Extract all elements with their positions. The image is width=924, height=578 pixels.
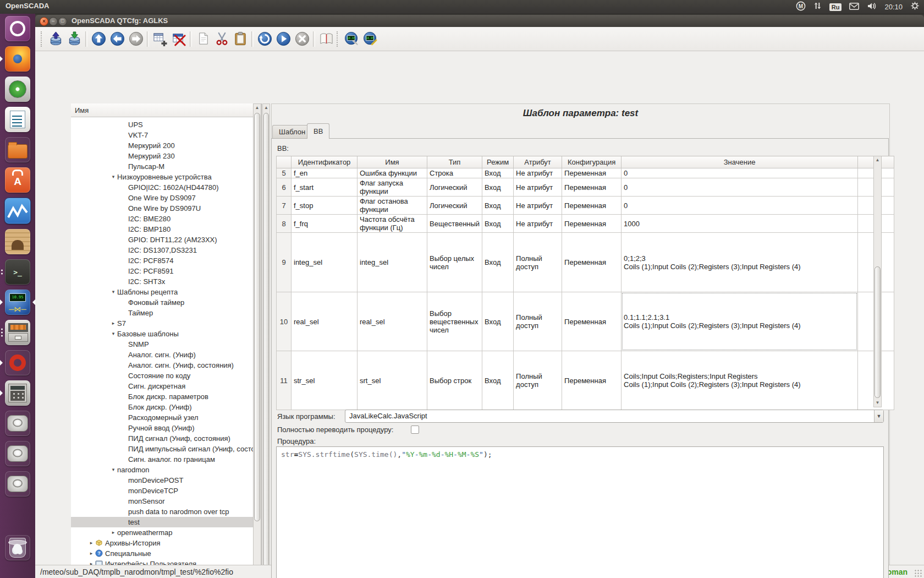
- cell-name[interactable]: integ_sel: [358, 233, 427, 292]
- session-gear-icon[interactable]: [910, 1, 920, 13]
- start-periodic-update-button[interactable]: [274, 29, 293, 50]
- tab-io[interactable]: ВВ: [307, 123, 329, 139]
- launcher-hdd[interactable]: [5, 441, 30, 466]
- cell-attr[interactable]: Полный доступ: [514, 351, 562, 410]
- column-header[interactable]: Конфигурация: [562, 156, 622, 168]
- launcher-system-monitor[interactable]: [4, 198, 31, 224]
- tree-item-i2c-ds1307-ds3231[interactable]: I2C: DS1307,DS3231: [71, 245, 253, 255]
- expander-closed-icon[interactable]: ▸: [87, 538, 95, 548]
- scroll-up-icon[interactable]: ▲: [254, 104, 261, 112]
- volume-icon[interactable]: [867, 2, 877, 12]
- cell-mode[interactable]: Вход: [482, 168, 514, 178]
- cell-id[interactable]: integ_sel: [292, 233, 358, 292]
- cell-cfg[interactable]: Переменная: [562, 197, 622, 215]
- cell-val[interactable]: 1000: [622, 215, 858, 233]
- table-row[interactable]: 5f_enОшибка функцииСтрокаВходНе атрибутП…: [277, 168, 894, 178]
- translate-checkbox[interactable]: [411, 426, 419, 434]
- tree-item-gpio-i2c-1602a-hd44780-[interactable]: GPIO|I2C: 1602A(HD44780): [71, 182, 253, 193]
- cell-attr[interactable]: Не атрибут: [514, 178, 562, 197]
- scroll-up-icon[interactable]: ▲: [263, 104, 270, 112]
- column-header[interactable]: Тип: [427, 156, 482, 168]
- expander-closed-icon[interactable]: ▸: [109, 527, 117, 538]
- tree-item-ups[interactable]: UPS: [71, 119, 253, 130]
- tree-item-базовые-шаблоны[interactable]: ▾Базовые шаблоны: [71, 329, 253, 339]
- close-button[interactable]: ×: [40, 17, 48, 26]
- cell-val[interactable]: 0;1;2;3 Coils (1);Input Coils (2);Regist…: [622, 233, 858, 292]
- minimize-button[interactable]: −: [49, 17, 58, 26]
- expander-closed-icon[interactable]: ▸: [109, 318, 117, 329]
- cell-cfg[interactable]: Переменная: [562, 215, 622, 233]
- tree-item-шаблоны-рецепта[interactable]: ▾Шаблоны рецепта: [71, 287, 253, 297]
- tree-item-пид-сигнал-униф-состояния-[interactable]: ПИД сигнал (Униф, состояния): [71, 433, 253, 444]
- launcher-ubuntu-software[interactable]: A: [5, 167, 30, 193]
- cell-val[interactable]: 0: [622, 178, 858, 197]
- cell-id[interactable]: f_stop: [292, 197, 358, 215]
- table-row[interactable]: 6f_startФлаг запуска функцииЛогическийВх…: [277, 178, 894, 197]
- column-header[interactable]: Имя: [358, 156, 427, 168]
- cut-item-button[interactable]: [212, 29, 231, 50]
- tree-item-сигн-аналог-по-границам[interactable]: Сигн. аналог. по границам: [71, 454, 253, 465]
- cell-type[interactable]: Выбор вещественных чисел: [427, 292, 482, 351]
- launcher-wooden-cabinet[interactable]: [5, 229, 30, 254]
- tree-item-vkt-7[interactable]: VKT-7: [71, 130, 253, 140]
- launcher-opera[interactable]: [5, 350, 30, 375]
- io-table-grid[interactable]: ИдентификаторИмяТипРежимАтрибутКонфигура…: [276, 156, 894, 410]
- column-header[interactable]: Идентификатор: [292, 156, 358, 168]
- table-row[interactable]: 8f_frqЧастота обсчёта функции (Гц)Вещест…: [277, 215, 894, 233]
- cell-name[interactable]: srt_sel: [358, 351, 427, 410]
- add-item-button[interactable]: [151, 29, 169, 50]
- cell-val[interactable]: 0.1;1.1;2.1;3.1 Coils (1);Input Coils (2…: [622, 292, 858, 351]
- io-table[interactable]: ИдентификаторИмяТипРежимАтрибутКонфигура…: [276, 156, 894, 410]
- tree-item-таймер[interactable]: Таймер: [71, 308, 253, 318]
- tree-item-ручной-ввод-униф-[interactable]: Ручной ввод (Униф): [71, 423, 253, 433]
- keyboard-layout-badge[interactable]: Ru: [829, 3, 842, 11]
- launcher-hdd[interactable]: [5, 471, 30, 497]
- cell-val[interactable]: 0: [622, 168, 858, 178]
- tree-vertical-scrollbar[interactable]: ▲ ▼: [253, 103, 261, 578]
- launcher-calculator[interactable]: [5, 380, 30, 406]
- cell-val[interactable]: Coils;Input Coils;Registers;Input Regist…: [622, 351, 858, 410]
- tree-item-i2c-bme280[interactable]: I2C: BME280: [71, 214, 253, 224]
- table-row[interactable]: 10real_selreal_selВыбор вещественных чис…: [277, 292, 894, 351]
- tree-item-аналог-сигн-униф-состояния-[interactable]: Аналог. сигн. (Униф, состояния): [71, 360, 253, 370]
- toolbar-handle[interactable]: [41, 31, 45, 47]
- column-header[interactable]: Значение: [622, 156, 858, 168]
- scroll-down-icon[interactable]: ▼: [874, 399, 881, 407]
- launcher-disk-usage-analyzer[interactable]: [5, 77, 30, 102]
- launcher-trash[interactable]: [5, 535, 30, 560]
- module-tools-2-button[interactable]: 10.95: [361, 29, 380, 50]
- tree-item-блок-дискр-параметров[interactable]: Блок дискр. параметров: [71, 391, 253, 402]
- expander-open-icon[interactable]: ▾: [109, 465, 117, 475]
- tree-item-one-wire-by-ds9097u[interactable]: One Wire by DS9097U: [71, 203, 253, 214]
- tree-item-фоновый-таймер[interactable]: Фоновый таймер: [71, 297, 253, 308]
- scrollbar-thumb[interactable]: [254, 113, 260, 521]
- tree-item-состояние-по-коду[interactable]: Состояние по коду: [71, 370, 253, 381]
- cell-type[interactable]: Логический: [427, 197, 482, 215]
- messages-icon[interactable]: M: [796, 1, 806, 13]
- cell-mode[interactable]: Вход: [482, 292, 514, 351]
- tab-template[interactable]: Шаблон: [272, 125, 312, 138]
- save-to-db-button[interactable]: [65, 29, 84, 50]
- column-header[interactable]: Режим: [482, 156, 514, 168]
- cell-cfg[interactable]: Переменная: [562, 168, 622, 178]
- chevron-down-icon[interactable]: ▼: [874, 410, 883, 422]
- tree-item-аналог-сигн-униф-[interactable]: Аналог. сигн. (Униф): [71, 350, 253, 360]
- panel-vertical-scrollbar[interactable]: ▲ ▼: [262, 103, 270, 578]
- load-from-db-button[interactable]: [46, 29, 65, 50]
- delete-item-button[interactable]: [169, 29, 188, 50]
- clock[interactable]: 20:10: [884, 3, 903, 11]
- resize-grip[interactable]: [914, 569, 922, 577]
- tree-item-gpio-dht11-22-am23xx-[interactable]: GPIO: DHT11,22 (AM23XX): [71, 235, 253, 245]
- tree-item-one-wire-by-ds9097[interactable]: One Wire by DS9097: [71, 193, 253, 203]
- cell-val[interactable]: 0: [622, 197, 858, 215]
- cell-id[interactable]: str_sel: [292, 351, 358, 410]
- tree-item-i2c-bmp180[interactable]: I2C: BMP180: [71, 224, 253, 235]
- column-header[interactable]: [277, 156, 292, 168]
- cell-id[interactable]: f_start: [292, 178, 358, 197]
- tree-item-mondevicepost[interactable]: monDevicePOST: [71, 475, 253, 486]
- go-forward-button[interactable]: [127, 29, 145, 50]
- cell-mode[interactable]: Вход: [482, 233, 514, 292]
- column-header[interactable]: Атрибут: [514, 156, 562, 168]
- cell-mode[interactable]: Вход: [482, 215, 514, 233]
- tree-item-i2c-pcf8574[interactable]: I2C: PCF8574: [71, 255, 253, 266]
